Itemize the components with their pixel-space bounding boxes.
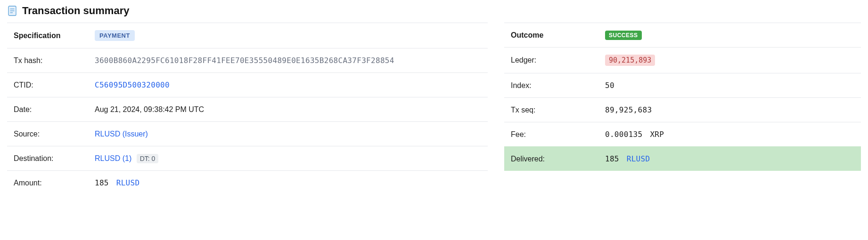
delivered-currency-link[interactable]: RLUSD <box>627 154 650 163</box>
specification-label: Specification <box>14 32 95 40</box>
specification-type: PAYMENT <box>95 30 481 41</box>
fee-row: Fee: 0.000135 XRP <box>504 122 861 146</box>
source-row: Source: RLUSD (Issuer) <box>7 121 488 146</box>
ledger-label: Ledger: <box>511 56 605 64</box>
outcome-status: SUCCESS <box>605 31 854 40</box>
ctid-value[interactable]: C56095D500320000 <box>95 80 481 89</box>
source-label: Source: <box>14 130 95 138</box>
delivered-row: Delivered: 185 RLUSD <box>504 146 861 171</box>
outcome-panel: Outcome SUCCESS Ledger: 90,215,893 Index… <box>504 23 861 195</box>
date-value: Aug 21, 2024, 09:38:42 PM UTC <box>95 105 481 114</box>
destination-link[interactable]: RLUSD (1) <box>95 154 131 162</box>
txseq-row: Tx seq: 89,925,683 <box>504 97 861 122</box>
delivered-label: Delivered: <box>511 155 605 163</box>
ledger-row: Ledger: 90,215,893 <box>504 47 861 73</box>
page-header: Transaction summary <box>7 5 861 23</box>
source-value[interactable]: RLUSD (Issuer) <box>95 130 481 138</box>
tx-hash-value[interactable]: 3600B860A2295FC61018F28FF41FEE70E3555048… <box>95 56 481 65</box>
amount-value-wrap: 185 RLUSD <box>95 178 481 187</box>
ctid-row: CTID: C56095D500320000 <box>7 72 488 97</box>
ctid-label: CTID: <box>14 81 95 89</box>
content-columns: Specification PAYMENT Tx hash: 3600B860A… <box>7 23 861 195</box>
txseq-label: Tx seq: <box>511 106 605 114</box>
amount-row: Amount: 185 RLUSD <box>7 170 488 195</box>
ledger-value-wrap: 90,215,893 <box>605 55 854 66</box>
outcome-header-row: Outcome SUCCESS <box>504 23 861 47</box>
amount-label: Amount: <box>14 179 95 187</box>
destination-value-wrap: RLUSD (1) DT: 0 <box>95 154 481 163</box>
ledger-badge[interactable]: 90,215,893 <box>605 55 655 66</box>
document-icon <box>7 6 17 16</box>
destination-tag-badge: DT: 0 <box>137 154 159 163</box>
outcome-label: Outcome <box>511 31 605 40</box>
index-value: 50 <box>605 81 854 90</box>
fee-currency: XRP <box>650 130 664 139</box>
tx-hash-row: Tx hash: 3600B860A2295FC61018F28FF41FEE7… <box>7 48 488 72</box>
date-label: Date: <box>14 105 95 114</box>
index-row: Index: 50 <box>504 73 861 97</box>
delivered-value-wrap: 185 RLUSD <box>605 154 854 163</box>
amount-number: 185 <box>95 178 109 187</box>
payment-badge: PAYMENT <box>95 30 135 41</box>
specification-panel: Specification PAYMENT Tx hash: 3600B860A… <box>7 23 488 195</box>
specification-header-row: Specification PAYMENT <box>7 23 488 48</box>
fee-number: 0.000135 <box>605 130 642 139</box>
date-row: Date: Aug 21, 2024, 09:38:42 PM UTC <box>7 97 488 121</box>
fee-value-wrap: 0.000135 XRP <box>605 130 854 139</box>
tx-hash-label: Tx hash: <box>14 56 95 65</box>
txseq-value: 89,925,683 <box>605 105 854 114</box>
success-badge: SUCCESS <box>605 31 642 40</box>
destination-label: Destination: <box>14 154 95 163</box>
destination-row: Destination: RLUSD (1) DT: 0 <box>7 146 488 170</box>
index-label: Index: <box>511 81 605 90</box>
delivered-number: 185 <box>605 154 619 163</box>
amount-currency-link[interactable]: RLUSD <box>116 178 140 187</box>
fee-label: Fee: <box>511 130 605 139</box>
page-title: Transaction summary <box>22 5 129 17</box>
